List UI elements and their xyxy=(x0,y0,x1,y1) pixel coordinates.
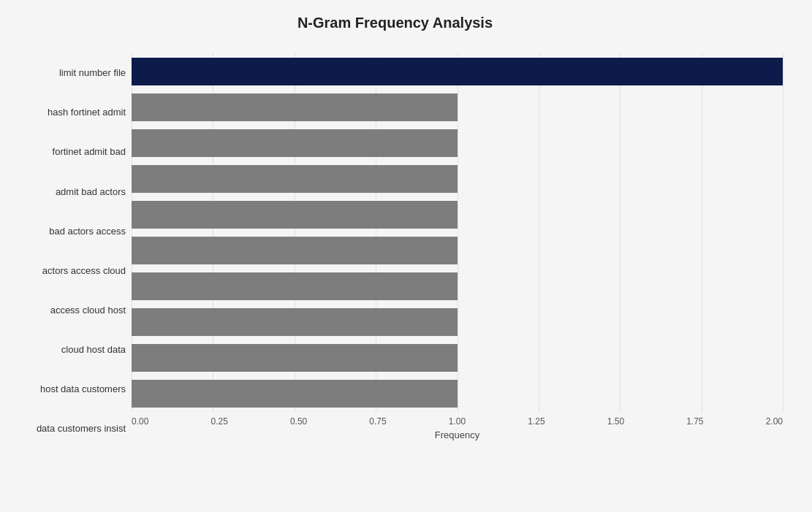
y-axis: limit number filehash fortinet admitfort… xyxy=(7,53,132,448)
bar-row xyxy=(132,376,783,412)
x-tick-label: 0.50 xyxy=(290,416,307,427)
bar xyxy=(132,129,458,157)
x-ticks: 0.000.250.500.751.001.251.501.752.00 xyxy=(132,412,783,427)
x-tick-label: 0.00 xyxy=(132,416,148,427)
x-tick-label: 1.50 xyxy=(607,416,624,427)
chart-container: N-Gram Frequency Analysis limit number f… xyxy=(0,0,812,512)
x-tick-label: 0.25 xyxy=(210,416,227,427)
bar-row xyxy=(132,161,783,196)
chart-title: N-Gram Frequency Analysis xyxy=(7,15,783,31)
bar xyxy=(132,344,458,372)
y-label: data customers insist xyxy=(7,409,126,448)
x-tick-label: 1.25 xyxy=(528,416,545,427)
bar xyxy=(132,380,458,408)
bar xyxy=(132,58,783,85)
x-tick-label: 0.75 xyxy=(369,416,386,427)
bar xyxy=(132,237,458,264)
y-label: admit bad actors xyxy=(7,172,126,211)
bars-wrapper xyxy=(132,53,783,412)
bar-row xyxy=(132,196,783,232)
bar xyxy=(132,308,458,336)
x-tick-label: 1.75 xyxy=(686,416,703,427)
y-label: host data customers xyxy=(7,370,126,409)
x-axis: 0.000.250.500.751.001.251.501.752.00 Fre… xyxy=(132,412,783,448)
bar-row xyxy=(132,340,783,376)
grid-and-bars xyxy=(132,53,783,412)
bar xyxy=(132,201,458,229)
y-label: access cloud host xyxy=(7,291,126,330)
bar xyxy=(132,165,458,193)
bar-row xyxy=(132,232,783,268)
x-axis-label: Frequency xyxy=(132,429,783,440)
plot-area: 0.000.250.500.751.001.251.501.752.00 Fre… xyxy=(132,53,783,448)
x-tick-label: 1.00 xyxy=(449,416,466,427)
bar xyxy=(132,93,458,121)
bar-row xyxy=(132,125,783,161)
y-label: hash fortinet admit xyxy=(7,93,126,132)
grid-line xyxy=(783,53,783,412)
y-label: cloud host data xyxy=(7,330,126,370)
bar-row xyxy=(132,89,783,125)
chart-area: limit number filehash fortinet admitfort… xyxy=(7,53,783,448)
bar-row xyxy=(132,269,783,305)
bar-row xyxy=(132,53,783,89)
y-label: actors access cloud xyxy=(7,251,126,290)
bar-row xyxy=(132,305,783,340)
y-label: limit number file xyxy=(7,53,126,93)
bar xyxy=(132,272,458,300)
x-tick-label: 2.00 xyxy=(766,416,783,427)
y-label: fortinet admit bad xyxy=(7,132,126,172)
y-label: bad actors access xyxy=(7,211,126,251)
